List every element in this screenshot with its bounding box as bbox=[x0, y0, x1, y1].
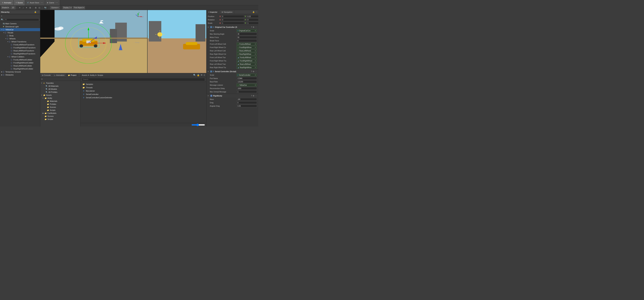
project-files-lock-btn[interactable]: 🔒 bbox=[197, 74, 200, 76]
tree-item-prefabs[interactable]: 📁 Prefabs bbox=[40, 103, 80, 106]
sc-script-select[interactable]: ⊙ bbox=[255, 74, 256, 76]
tab-scene[interactable]: ⊟ Scene bbox=[14, 0, 25, 5]
hierarchy-item-yellow-car[interactable]: ▾ ⬡ YellowCar bbox=[0, 28, 40, 31]
tree-item-materials[interactable]: 📁 Materials bbox=[40, 100, 80, 103]
car-controller-header[interactable]: ▾ # Original Car Controller (S ? ⚙ ⋮ bbox=[206, 25, 258, 29]
file-item-threads[interactable]: 📁 Threads bbox=[82, 86, 205, 89]
file-item-serialcontroller[interactable]: # SerialController bbox=[82, 93, 205, 96]
hierarchy-item-rl-transform[interactable]: ⬡ RearLeftWheelTransform bbox=[0, 49, 40, 52]
tree-item-all-models[interactable]: 🔍 All Models bbox=[40, 88, 80, 91]
tree-item-scripts2[interactable]: 📁 Scripts bbox=[40, 118, 80, 121]
project-files-search-btn[interactable]: 🔍 bbox=[193, 74, 196, 76]
snap-btn[interactable]: ⊡ bbox=[38, 6, 41, 9]
project-files-eye-btn[interactable]: 👁 bbox=[200, 74, 203, 76]
file-item-serialcontroller-custom[interactable]: # SerialControllerCustomDelimiter bbox=[82, 96, 205, 99]
file-item-samples[interactable]: 📁 Samples bbox=[82, 83, 205, 86]
hierarchy-item-rr-collider[interactable]: ⬡ RearRightWheelCollider bbox=[0, 67, 40, 70]
tab-navigation[interactable]: ⊞ Navigation bbox=[220, 10, 234, 14]
hierarchy-item-wheel-colliders[interactable]: ▾ ⬡ Wheel Colliders bbox=[0, 55, 40, 58]
comp-enable-checkbox[interactable] bbox=[210, 26, 212, 28]
rr-tran-select-btn[interactable]: ⊙ bbox=[255, 67, 256, 68]
comp-menu-btn[interactable]: ⋮ bbox=[255, 95, 257, 97]
2d-button[interactable]: 2D bbox=[10, 6, 16, 9]
hierarchy-lock-btn[interactable]: 🔒 bbox=[34, 11, 36, 13]
tree-item-scenes2[interactable]: 📁 Scenes bbox=[40, 115, 80, 118]
tree-item-favorites[interactable]: ▾ ★ Favorites bbox=[40, 82, 80, 85]
serial-controller-header[interactable]: ▾ # Serial Controller (Script) ? ⚙ ⋮ bbox=[206, 70, 258, 73]
comp-menu-btn[interactable]: ⋮ bbox=[255, 70, 257, 73]
hierarchy-item-main-camera[interactable]: 📷 Main Camera bbox=[0, 22, 40, 25]
rl-tran-select-btn[interactable]: ⊙ bbox=[255, 63, 256, 65]
rl-col-select-btn[interactable]: ⊙ bbox=[255, 50, 256, 52]
max-unread-input[interactable] bbox=[237, 90, 257, 93]
hierarchy-item-directional-light[interactable]: ☀ Directional Light bbox=[0, 25, 40, 28]
shaded-dropdown[interactable]: Shaded ▾ bbox=[1, 6, 10, 9]
inspector-menu-btn[interactable]: ⋮ bbox=[256, 11, 257, 13]
tab-animator[interactable]: ⊞ Animator bbox=[0, 0, 14, 5]
hierarchy-item-visuals[interactable]: ▾ ⬡ Visuals bbox=[0, 31, 40, 34]
scale-x-input[interactable] bbox=[222, 22, 244, 24]
project-add-icon[interactable]: + bbox=[41, 78, 42, 80]
tree-item-all-prefabs[interactable]: 🔍 All Prefabs bbox=[40, 91, 80, 94]
project-files-search-input[interactable] bbox=[82, 78, 205, 81]
hierarchy-item-fr-collider[interactable]: ⬡ FrontRightWheelCollider bbox=[0, 61, 40, 64]
comp-enable-checkbox[interactable] bbox=[210, 70, 212, 72]
hierarchy-item-fl-collider[interactable]: ⬡ FrontLeftWheelCollider bbox=[0, 58, 40, 61]
hierarchy-add-icon[interactable]: + bbox=[1, 15, 2, 17]
tree-item-carmodels[interactable]: ▶ 📁 CarModels bbox=[40, 112, 80, 115]
free-aspect-dropdown[interactable]: Free Aspect ▾ bbox=[73, 6, 85, 9]
rigidbody-header[interactable]: ▾ ⊙ Rigidbody ? ⚙ ⋮ bbox=[206, 94, 258, 98]
position-x-input[interactable] bbox=[222, 15, 244, 18]
grid-btn[interactable]: ⊞ bbox=[34, 6, 37, 9]
rotation-y-input[interactable] bbox=[247, 18, 258, 21]
hierarchy-item-obstacles[interactable]: ▶ ⬡ Obstacles bbox=[0, 73, 40, 76]
baud-rate-input[interactable] bbox=[237, 80, 257, 83]
tab-project[interactable]: 📁 Project bbox=[66, 73, 78, 77]
tree-item-scenes[interactable]: 📁 Scenes bbox=[40, 106, 80, 109]
comp-help-btn[interactable]: ? bbox=[251, 26, 252, 28]
mass-input[interactable] bbox=[237, 98, 257, 101]
effects-toggle-btn[interactable]: ✦ bbox=[25, 6, 28, 9]
comp-help-btn[interactable]: ? bbox=[251, 70, 252, 72]
rr-col-select-btn[interactable]: ⊙ bbox=[255, 53, 256, 55]
hierarchy-item-temp-ground[interactable]: ▶ ⬡ Temporary Ground bbox=[0, 70, 40, 73]
position-y-input[interactable] bbox=[247, 15, 258, 18]
audio-toggle-btn[interactable]: ♪ bbox=[22, 6, 24, 9]
tab-asset-store[interactable]: 🛒 Asset Store ⋯ bbox=[25, 0, 45, 5]
drag-input[interactable] bbox=[237, 101, 257, 104]
inspector-lock-btn[interactable]: 🔒 bbox=[252, 11, 255, 13]
fr-tran-select-btn[interactable]: ⊙ bbox=[255, 60, 256, 62]
fr-col-select-btn[interactable]: ⊙ bbox=[255, 46, 256, 48]
hierarchy-menu-btn[interactable]: ⋮ bbox=[37, 11, 39, 13]
hierarchy-item-body[interactable]: ⬡ Body bbox=[0, 34, 40, 37]
viewport-bg[interactable]: x y ← Persp bbox=[40, 10, 206, 73]
tab-console[interactable]: ⊟ Console bbox=[40, 73, 52, 77]
fl-tran-select-btn[interactable]: ⊙ bbox=[255, 57, 256, 58]
hierarchy-item-fr-transform[interactable]: ⬡ FrontRightWheelTransform bbox=[0, 46, 40, 49]
tree-item-assets[interactable]: ▾ 📁 Assets bbox=[40, 94, 80, 97]
hierarchy-item-wheels[interactable]: ▾ ⬡ Wheels bbox=[0, 37, 40, 40]
tab-inspector[interactable]: ℹ Inspector bbox=[206, 10, 220, 14]
hierarchy-item-fl-transform[interactable]: ⬡ FrontLeftWheelTransform bbox=[0, 43, 40, 46]
port-name-input[interactable] bbox=[237, 77, 257, 80]
zoom-slider[interactable] bbox=[192, 124, 205, 126]
motor-force-input[interactable] bbox=[237, 36, 257, 39]
rotation-x-input[interactable] bbox=[222, 18, 244, 21]
comp-settings-btn[interactable]: ⚙ bbox=[253, 70, 254, 73]
file-item-mylistener[interactable]: # MyListener bbox=[82, 89, 205, 93]
hierarchy-item-rr-transform[interactable]: ⬡ RearRightWheelTransform bbox=[0, 52, 40, 55]
tree-item-all-materials[interactable]: 🔍 All Materials bbox=[40, 85, 80, 88]
break-force-input[interactable] bbox=[237, 39, 257, 42]
light-toggle-btn[interactable]: ☀ bbox=[18, 6, 21, 9]
tab-game[interactable]: ▶ Game ⋯ bbox=[45, 0, 60, 5]
hierarchy-item-wheel-transforms[interactable]: ▾ ⬡ Wheel Transforms bbox=[0, 40, 40, 43]
render-stats-btn[interactable]: ⊞ bbox=[29, 6, 32, 9]
fl-col-select-btn[interactable]: ⊙ bbox=[255, 43, 256, 45]
project-files-settings-btn[interactable]: 8 bbox=[204, 74, 205, 76]
tree-item-scripts[interactable]: 📁 Scripts bbox=[40, 109, 80, 112]
comp-settings-btn[interactable]: ⚙ bbox=[253, 26, 254, 28]
tree-item-ardity[interactable]: ▾ 📁 Ardity bbox=[40, 97, 80, 100]
hierarchy-search-input[interactable] bbox=[4, 18, 39, 21]
scale-y-input[interactable] bbox=[247, 22, 258, 24]
gizmos-button[interactable]: Gizmos ▾ bbox=[50, 6, 60, 9]
